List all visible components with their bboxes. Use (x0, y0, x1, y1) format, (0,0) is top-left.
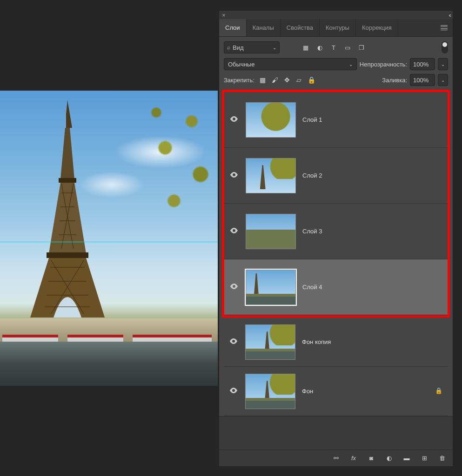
blend-mode-select[interactable]: Обычные ⌄ (224, 58, 357, 70)
tab-layers[interactable]: Слои (219, 19, 247, 36)
water (0, 342, 218, 386)
collapse-icon[interactable]: ‹‹ (449, 12, 450, 19)
layer-row[interactable]: Слой 4 (224, 259, 448, 315)
add-adjustment-icon[interactable]: ◐ (385, 455, 393, 462)
layer-row[interactable]: Слой 3 (224, 204, 448, 259)
close-icon[interactable]: × (222, 12, 226, 19)
svg-rect-0 (59, 178, 76, 183)
filter-smartobject-icon[interactable]: ❐ (358, 44, 365, 51)
layer-row[interactable]: Фон копия (224, 317, 448, 367)
panel-tabs: Слои Каналы Свойства Контуры Коррекция (219, 19, 453, 37)
layer-thumbnail[interactable] (246, 102, 296, 138)
layer-thumbnail[interactable] (245, 374, 295, 409)
opacity-label: Непрозрачность: (360, 61, 407, 68)
opacity-stepper[interactable]: ⌄ (438, 58, 448, 70)
link-layers-icon[interactable]: ⚯ (332, 455, 340, 462)
canvas-area (0, 91, 218, 386)
lock-position-icon[interactable]: ✥ (283, 76, 291, 84)
visibility-toggle[interactable] (228, 388, 239, 395)
filter-row: ⌕ Вид ⌄ ▦ ◐ T ▭ ❐ (219, 37, 453, 56)
fill-value: 100% (413, 77, 429, 84)
lock-artboard-icon[interactable]: ▱ (295, 76, 303, 84)
lock-icon: 🔒 (435, 387, 443, 396)
fill-label: Заливка: (382, 77, 407, 84)
filter-toggle[interactable] (442, 41, 448, 53)
lock-row: Закрепить: ▩ 🖌 ✥ ▱ 🔒 Заливка: 100% ⌄ (219, 72, 453, 88)
canvas-tower (28, 100, 107, 318)
tab-adjustments[interactable]: Коррекция (356, 19, 398, 36)
new-layer-icon[interactable]: ⊞ (420, 455, 429, 462)
lock-pixels-icon[interactable]: 🖌 (271, 76, 279, 84)
filter-shape-icon[interactable]: ▭ (344, 44, 351, 51)
fill-stepper[interactable]: ⌄ (438, 74, 448, 86)
layer-name[interactable]: Слой 1 (302, 116, 322, 123)
delete-layer-icon[interactable]: 🗑 (438, 455, 446, 462)
add-mask-icon[interactable]: ◙ (367, 455, 375, 462)
layers-bottom-toolbar: ⚯ fx ◙ ◐ ▬ ⊞ 🗑 (219, 450, 453, 466)
filter-type-icon[interactable]: T (330, 44, 337, 51)
tab-channels[interactable]: Каналы (247, 19, 281, 36)
panel-titlebar: × ‹‹ (219, 11, 453, 19)
canvas-foliage (139, 91, 218, 263)
lock-label: Закрепить: (224, 77, 254, 84)
svg-rect-1 (47, 252, 88, 258)
kind-label: Вид (233, 44, 244, 51)
visibility-toggle[interactable] (228, 338, 239, 345)
tab-paths[interactable]: Контуры (320, 19, 356, 36)
layer-thumbnail[interactable] (246, 270, 296, 305)
lock-transparency-icon[interactable]: ▩ (259, 76, 267, 84)
layer-kind-filter[interactable]: ⌕ Вид ⌄ (224, 41, 280, 53)
panel-menu-icon[interactable] (435, 19, 453, 36)
opacity-value: 100% (413, 61, 429, 68)
layer-thumbnail[interactable] (246, 158, 296, 193)
fill-input[interactable]: 100% (410, 74, 435, 86)
layer-thumbnail[interactable] (245, 324, 295, 360)
filter-pixel-icon[interactable]: ▦ (302, 44, 309, 51)
chevron-down-icon: ⌄ (349, 62, 353, 67)
filter-adjustment-icon[interactable]: ◐ (316, 44, 323, 51)
horizontal-guide[interactable] (0, 242, 218, 242)
canvas-image[interactable] (0, 91, 218, 386)
tab-properties[interactable]: Свойства (281, 19, 320, 36)
visibility-toggle[interactable] (229, 228, 239, 235)
layer-thumbnail[interactable] (246, 214, 296, 249)
layer-name[interactable]: Слой 2 (302, 172, 322, 179)
visibility-toggle[interactable] (229, 116, 239, 123)
visibility-toggle[interactable] (229, 284, 239, 291)
empty-area (219, 416, 453, 450)
search-icon: ⌕ (227, 44, 230, 51)
chevron-down-icon: ⌄ (273, 45, 276, 50)
layer-name[interactable]: Фон копия (302, 338, 331, 345)
layer-name[interactable]: Слой 3 (302, 228, 322, 235)
new-group-icon[interactable]: ▬ (402, 455, 411, 462)
layer-fx-icon[interactable]: fx (349, 455, 358, 462)
blend-row: Обычные ⌄ Непрозрачность: 100% ⌄ (219, 56, 453, 72)
layer-name[interactable]: Фон (302, 388, 313, 395)
layers-panel: × ‹‹ Слои Каналы Свойства Контуры Коррек… (219, 10, 453, 467)
blend-mode-value: Обычные (228, 61, 254, 68)
layer-row[interactable]: Слой 2 (224, 148, 448, 204)
filter-icons: ▦ ◐ T ▭ ❐ (302, 44, 365, 51)
annotation-highlight: Слой 1 Слой 2 Слой 3 Слой 4 (222, 90, 450, 317)
lock-all-icon[interactable]: 🔒 (308, 76, 315, 84)
opacity-input[interactable]: 100% (410, 58, 435, 70)
visibility-toggle[interactable] (229, 172, 239, 179)
layer-name[interactable]: Слой 4 (302, 284, 322, 291)
layer-row[interactable]: Слой 1 (224, 92, 448, 148)
layer-row[interactable]: Фон 🔒 (224, 367, 448, 416)
